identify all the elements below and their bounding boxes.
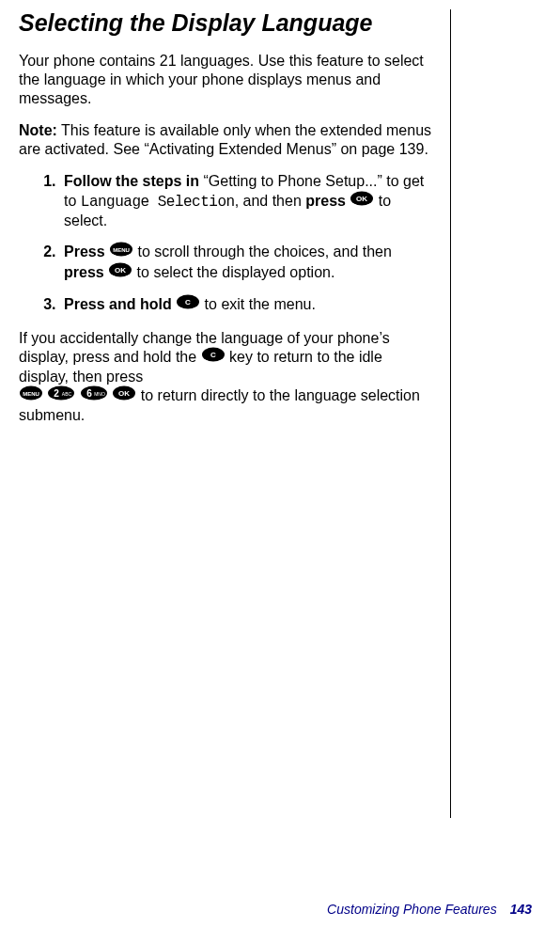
step-1-lcd: Language Selection xyxy=(81,194,235,211)
svg-text:C: C xyxy=(185,298,191,306)
recovery-paragraph: If you accidentally change the language … xyxy=(19,329,435,426)
menu-key-icon: MENU xyxy=(109,242,133,262)
ok-key-icon: OK xyxy=(112,385,136,405)
step-1-press: press xyxy=(305,193,350,209)
ok-key-icon: OK xyxy=(350,191,374,212)
svg-text:MENU: MENU xyxy=(23,391,39,397)
menu-key-icon: MENU xyxy=(19,385,43,405)
step-2-tail: to select the displayed option. xyxy=(132,264,334,280)
step-2: Press MENU to scroll through the choices… xyxy=(60,243,435,284)
footer-section: Customizing Phone Features xyxy=(327,902,497,917)
steps-list: Follow the steps in “Getting to Phone Se… xyxy=(19,172,435,316)
svg-text:OK: OK xyxy=(115,266,126,275)
svg-text:6: 6 xyxy=(86,388,92,399)
svg-text:C: C xyxy=(210,351,216,359)
svg-text:ABC: ABC xyxy=(62,391,72,397)
note-body: This feature is available only when the … xyxy=(19,122,431,157)
svg-text:MENU: MENU xyxy=(113,247,130,253)
footer-page-number: 143 xyxy=(510,902,532,917)
step-2-text-b: to scroll through the choices, and then xyxy=(133,244,392,259)
note-paragraph: Note: This feature is available only whe… xyxy=(19,121,435,159)
svg-text:OK: OK xyxy=(356,195,367,203)
ok-key-icon: OK xyxy=(108,262,132,283)
page: Selecting the Display Language Your phon… xyxy=(0,0,560,943)
page-footer: Customizing Phone Features143 xyxy=(327,902,532,917)
page-title: Selecting the Display Language xyxy=(19,9,435,37)
text-column: Selecting the Display Language Your phon… xyxy=(19,9,451,818)
two-key-icon: 2ABC xyxy=(47,385,75,405)
svg-text:2: 2 xyxy=(54,388,60,399)
step-3-lead: Press and hold xyxy=(64,296,176,312)
step-1-text-c: , and then xyxy=(235,193,306,209)
step-2-lead: Press xyxy=(64,244,109,259)
svg-text:OK: OK xyxy=(118,389,130,398)
svg-text:MNO: MNO xyxy=(94,391,105,397)
intro-paragraph: Your phone contains 21 languages. Use th… xyxy=(19,52,435,108)
note-label: Note: xyxy=(19,122,57,138)
step-2-press: press xyxy=(64,264,108,280)
six-key-icon: 6MNO xyxy=(80,385,108,405)
step-1-lead: Follow the steps in xyxy=(64,173,199,189)
step-1: Follow the steps in “Getting to Phone Se… xyxy=(60,172,435,232)
step-3: Press and hold C to exit the menu. xyxy=(60,295,435,316)
step-3-tail: to exit the menu. xyxy=(200,296,316,312)
c-key-icon: C xyxy=(176,294,200,315)
c-key-icon: C xyxy=(201,347,226,367)
